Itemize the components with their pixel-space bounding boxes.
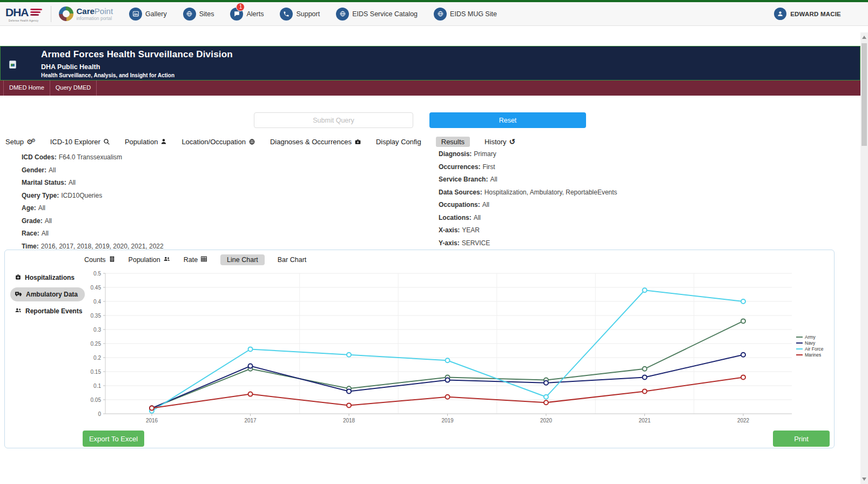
history-icon: ↺: [509, 138, 516, 145]
legend-label: Air Force: [805, 346, 823, 352]
svg-text:0: 0: [98, 411, 101, 417]
globe-icon: [183, 8, 196, 21]
user-name: EDWARD MACIE: [790, 11, 841, 17]
tab-display-config[interactable]: Display Config: [376, 138, 421, 146]
dha-logo-text: DHA: [5, 6, 29, 19]
scroll-up-arrow-icon[interactable]: [860, 33, 868, 41]
summary-time: Time:2016, 2017, 2018, 2019, 2020, 2021,…: [22, 243, 164, 250]
sidebar-item-reportable-events[interactable]: Reportable Events: [10, 304, 85, 318]
tab-diagnoses-occurrences[interactable]: Diagnoses & Occurrences: [270, 138, 361, 146]
svg-text:0.4: 0.4: [93, 299, 101, 305]
summary-x-axis: X-axis:YEAR: [439, 226, 617, 234]
summary-y-axis: Y-axis:SERVICE: [439, 239, 617, 247]
svg-text:2020: 2020: [540, 418, 553, 424]
svg-text:2019: 2019: [441, 418, 454, 424]
carepoint-ring-icon: [59, 6, 73, 21]
tab-history[interactable]: History ↺: [485, 138, 515, 146]
tab-location-occupation[interactable]: Location/Occupation: [181, 138, 255, 146]
svg-text:0.45: 0.45: [91, 285, 102, 291]
carepoint-name-bold: Care: [77, 6, 95, 16]
summary-occurrences: Occurrences:First: [439, 163, 617, 171]
chart-tab-rate[interactable]: Rate: [184, 256, 207, 264]
submit-query-button[interactable]: Submit Query: [254, 112, 413, 128]
legend-label: Marines: [805, 352, 821, 358]
tab-population[interactable]: Population: [125, 138, 167, 146]
chart-tab-population[interactable]: Population: [129, 256, 171, 264]
menu-item-query-dmed[interactable]: Query DMED: [50, 80, 97, 96]
tab-icd10-explorer[interactable]: ICD-10 Explorer: [50, 138, 110, 146]
legend-entry: Navy: [796, 340, 832, 346]
dha-flag-icon: [30, 9, 42, 16]
scroll-down-arrow-icon[interactable]: [860, 475, 868, 483]
table-icon: [200, 256, 207, 264]
tab-results[interactable]: Results: [436, 137, 470, 147]
svg-text:0.15: 0.15: [91, 369, 102, 375]
query-summary-left: ICD Codes:F64.0 Transsexualism Gender:Al…: [22, 153, 164, 255]
tab-setup[interactable]: Setup ⚙⚙: [5, 138, 36, 146]
briefcase-medical-icon: [15, 273, 22, 282]
print-button[interactable]: Print: [773, 431, 830, 447]
reset-button[interactable]: Reset: [429, 112, 586, 128]
menu-item-dmed-home[interactable]: DMED Home: [3, 80, 50, 96]
svg-text:0.2: 0.2: [93, 355, 101, 361]
banner-title: Armed Forces Health Surveillance Divisio…: [41, 49, 860, 60]
summary-race: Race:All: [22, 230, 164, 237]
sidebar-item-ambulatory-data[interactable]: Ambulatory Data: [10, 287, 85, 301]
banner-subtitle: DHA Public Health: [41, 63, 860, 71]
carepoint-name-light: Point: [95, 6, 113, 16]
page-scrollbar[interactable]: [860, 32, 868, 484]
users-icon: [15, 307, 22, 315]
legend-swatch: [796, 342, 803, 344]
legend-swatch: [796, 348, 803, 349]
export-to-excel-button[interactable]: Export To Excel: [83, 431, 144, 447]
dha-logo[interactable]: DHA Defense Health Agency: [5, 6, 42, 22]
person-icon: [160, 138, 167, 145]
chart-tab-bar-chart[interactable]: Bar Chart: [278, 256, 307, 264]
user-menu[interactable]: EDWARD MACIE: [774, 8, 841, 20]
chart-legend: ArmyNavyAir ForceMarines: [796, 334, 832, 358]
svg-text:0.3: 0.3: [93, 327, 101, 333]
line-chart-area: 00.050.10.150.20.250.30.350.40.450.52016…: [80, 270, 793, 427]
summary-service-branch: Service Branch:All: [439, 176, 617, 183]
nav-item-eids-service-catalog[interactable]: EIDS Service Catalog: [336, 8, 418, 21]
carepoint-subtitle: information portal: [77, 16, 113, 21]
dmed-query-page: DHA Defense Health Agency CarePoint info…: [0, 0, 868, 484]
chart-tab-line-chart[interactable]: Line Chart: [220, 254, 265, 265]
image-icon: [129, 8, 142, 21]
nav-item-alerts[interactable]: 1 Alerts: [230, 8, 264, 21]
users-icon: [163, 256, 171, 264]
summary-icd-codes: ICD Codes:F64.0 Transsexualism: [22, 153, 164, 161]
nav-item-sites[interactable]: Sites: [183, 8, 214, 21]
legend-swatch: [796, 354, 803, 355]
portal-topbar: DHA Defense Health Agency CarePoint info…: [0, 0, 868, 26]
svg-text:2017: 2017: [244, 418, 257, 424]
alerts-badge: 1: [236, 3, 245, 11]
dmed-menubar: DMED Home Query DMED: [0, 80, 860, 96]
summary-locations: Locations:All: [439, 214, 617, 221]
svg-text:0.25: 0.25: [91, 341, 102, 347]
legend-entry: Air Force: [796, 346, 832, 352]
chart-tab-counts[interactable]: Counts: [84, 256, 116, 264]
sidebar-item-hospitalizations[interactable]: Hospitalizations: [10, 271, 85, 285]
line-chart: 00.050.10.150.20.250.30.350.40.450.52016…: [80, 270, 793, 427]
summary-age: Age:All: [22, 204, 164, 212]
svg-text:0.1: 0.1: [93, 383, 101, 389]
svg-text:2016: 2016: [146, 418, 158, 424]
summary-gender: Gender:All: [22, 166, 164, 174]
nav-item-support[interactable]: Support: [280, 8, 320, 21]
summary-marital-status: Marital Status:All: [22, 179, 164, 186]
scrollbar-thumb[interactable]: [862, 43, 867, 146]
legend-label: Army: [805, 334, 816, 340]
data-source-sidebar: Hospitalizations Ambulatory Data Reporta…: [10, 271, 85, 321]
nav-item-gallery[interactable]: Gallery: [129, 8, 167, 21]
ambulance-icon: [15, 290, 23, 299]
globe-icon: [336, 8, 349, 21]
nav-item-eids-mug-site[interactable]: EIDS MUG Site: [434, 8, 497, 21]
wizard-tabs: Setup ⚙⚙ ICD-10 Explorer Population Loca…: [5, 136, 515, 147]
carepoint-logo[interactable]: CarePoint information portal: [59, 6, 113, 21]
svg-text:0.5: 0.5: [93, 271, 101, 277]
legend-entry: Marines: [796, 352, 832, 358]
broken-image-icon: [9, 60, 16, 69]
globe-icon: [248, 138, 255, 145]
banner-tagline: Health Surveillance, Analysis, and Insig…: [41, 72, 860, 78]
